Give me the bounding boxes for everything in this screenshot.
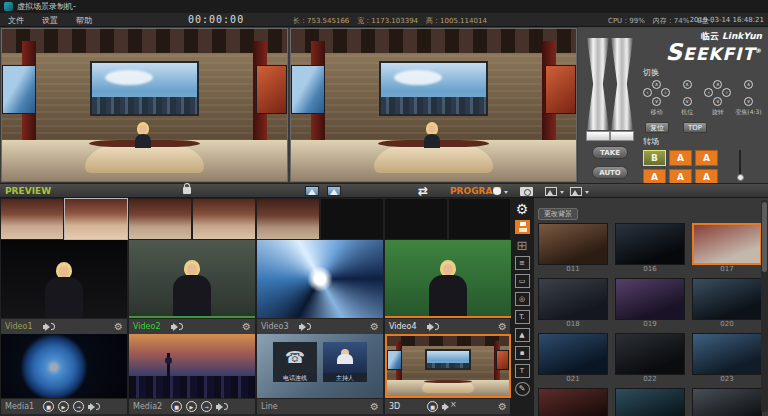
pad-2-right-arrow-icon[interactable]: › (722, 88, 731, 97)
scene-item-021[interactable]: 021 (538, 333, 608, 384)
video1-speaker-icon[interactable] (43, 322, 57, 331)
line-settings-icon[interactable]: ⚙ (370, 402, 379, 412)
transition-button-1[interactable]: A (669, 150, 692, 166)
media2-thumbnail[interactable] (129, 334, 255, 398)
scene-item-026[interactable]: 026 (692, 388, 762, 416)
record-dropdown-icon[interactable] (504, 191, 508, 194)
video3-speaker-icon[interactable] (299, 322, 313, 331)
scene-item-022[interactable]: 022 (615, 333, 685, 384)
phone-line-card[interactable]: ☎ 电话连线 (273, 342, 317, 382)
text-icon[interactable]: T (515, 364, 530, 378)
snapshot-camera-icon[interactable] (520, 187, 533, 196)
video2-settings-icon[interactable]: ⚙ (242, 322, 251, 332)
pad-0-right-arrow-icon[interactable]: › (661, 88, 670, 97)
scene-3d-settings-icon[interactable]: ⚙ (498, 402, 507, 412)
media1-play-button[interactable]: ▶ (58, 401, 69, 412)
lock-icon[interactable] (183, 187, 191, 194)
camera-angle-1[interactable] (1, 199, 63, 239)
scene-scrollbar-thumb[interactable] (762, 202, 767, 272)
settings-icon[interactable]: ⚙ (515, 202, 530, 216)
save-icon[interactable] (515, 220, 530, 234)
media1-stop-button[interactable]: ■ (43, 401, 54, 412)
media2-speaker-icon[interactable] (216, 402, 230, 411)
signature-icon[interactable]: ✎ (515, 382, 530, 396)
program-monitor[interactable] (290, 28, 577, 182)
scene-item-020[interactable]: 020 (692, 278, 762, 329)
media1-thumbnail[interactable] (1, 334, 127, 398)
scene-item-024[interactable]: 024 (538, 388, 608, 416)
video4-thumbnail[interactable] (385, 240, 511, 318)
menu-item-2[interactable]: 帮助 (76, 15, 92, 26)
stream-output-icon[interactable] (545, 187, 557, 196)
scene-item-018[interactable]: 018 (538, 278, 608, 329)
scene-3d-thumbnail[interactable] (385, 334, 511, 398)
pad-2-up-arrow-icon[interactable]: ∧ (713, 80, 722, 89)
video3-settings-icon[interactable]: ⚙ (370, 322, 379, 332)
scene-grid-icon[interactable]: ⊞ (515, 238, 530, 252)
pad-3-down-arrow-icon[interactable]: ∨ (744, 97, 753, 106)
scene-item-011[interactable]: 011 (538, 223, 608, 274)
change-background-button[interactable]: 更改背景 (538, 208, 578, 220)
camera-angle-8[interactable] (449, 199, 511, 239)
camera-angle-3[interactable] (129, 199, 191, 239)
reset-button[interactable]: 复位 (645, 122, 669, 133)
scene-3d-speaker-muted-icon[interactable] (442, 402, 456, 411)
take-button[interactable]: TAKE (592, 146, 628, 159)
pad-1-up-arrow-icon[interactable]: ∧ (683, 80, 692, 89)
pad-2-down-arrow-icon[interactable]: ∨ (713, 97, 722, 106)
media2-play-button[interactable]: ▶ (186, 401, 197, 412)
video1-thumbnail[interactable] (1, 240, 127, 318)
line-thumbnail[interactable]: ☎ 电话连线 主持人 (257, 334, 383, 398)
studio-light-icon[interactable]: ◎ (515, 292, 530, 306)
top-button[interactable]: TOP (683, 122, 707, 133)
media1-loop-button[interactable]: → (73, 401, 84, 412)
playlist-icon[interactable]: ≡ (515, 256, 530, 270)
transition-style-a-icon[interactable] (305, 186, 319, 196)
video1-settings-icon[interactable]: ⚙ (114, 322, 123, 332)
swap-pvw-pgm-icon[interactable]: ⇄ (418, 184, 428, 198)
stream-dropdown-icon[interactable] (560, 191, 564, 194)
camera-angle-7[interactable] (385, 199, 447, 239)
t-bar-handle-left[interactable] (586, 131, 610, 141)
speed-slider-knob[interactable] (737, 174, 744, 181)
video2-speaker-icon[interactable] (171, 322, 185, 331)
camera-angle-4[interactable] (193, 199, 255, 239)
frame-icon[interactable]: ▪ (515, 346, 530, 360)
video3-thumbnail[interactable] (257, 240, 383, 318)
scene-scrollbar[interactable] (761, 200, 768, 412)
pad-0-up-arrow-icon[interactable]: ∧ (652, 80, 661, 89)
image-dropdown-icon[interactable] (585, 191, 589, 194)
transition-button-0[interactable]: B (643, 150, 666, 166)
preview-monitor[interactable] (1, 28, 288, 182)
scene-item-019[interactable]: 019 (615, 278, 685, 329)
menu-item-1[interactable]: 设置 (42, 15, 58, 26)
media1-speaker-icon[interactable] (88, 402, 102, 411)
scene-item-016[interactable]: 016 (615, 223, 685, 274)
t-bar-fader[interactable] (587, 38, 633, 130)
transition-style-b-icon[interactable] (327, 186, 341, 196)
image-layer-icon[interactable]: ▲ (515, 328, 530, 342)
auto-button[interactable]: AUTO (592, 166, 628, 179)
pad-2-left-arrow-icon[interactable]: ‹ (704, 88, 713, 97)
pad-0-down-arrow-icon[interactable]: ∨ (652, 97, 661, 106)
transition-button-2[interactable]: A (695, 150, 718, 166)
media2-stop-button[interactable]: ■ (171, 401, 182, 412)
scene-item-025[interactable]: 025 (615, 388, 685, 416)
video4-settings-icon[interactable]: ⚙ (498, 322, 507, 332)
pad-3-up-arrow-icon[interactable]: ∧ (744, 80, 753, 89)
pad-1-down-arrow-icon[interactable]: ∨ (683, 97, 692, 106)
scene-item-023[interactable]: 023 (692, 333, 762, 384)
camera-angle-5[interactable] (257, 199, 319, 239)
t-bar-handle-right[interactable] (610, 131, 634, 141)
host-card[interactable]: 主持人 (323, 342, 367, 382)
speed-slider-track[interactable] (739, 150, 741, 176)
pad-0-left-arrow-icon[interactable]: ‹ (643, 88, 652, 97)
media2-loop-button[interactable]: → (201, 401, 212, 412)
camera-angle-6[interactable] (321, 199, 383, 239)
subtitle-icon[interactable]: T. (515, 310, 530, 324)
record-icon[interactable] (493, 187, 501, 195)
scene-item-017[interactable]: 017 (692, 223, 762, 274)
scene-3d-stop-button[interactable]: ■ (427, 401, 438, 412)
video4-speaker-icon[interactable] (427, 322, 441, 331)
video2-thumbnail[interactable] (129, 240, 255, 318)
